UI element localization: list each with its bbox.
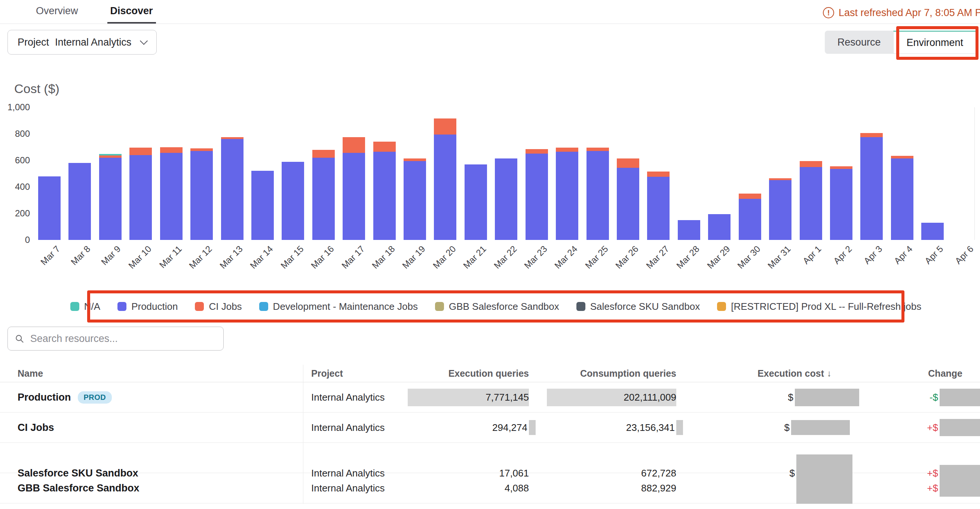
bar-segment — [556, 147, 578, 152]
stacked-bar[interactable] — [68, 163, 91, 240]
bar-segment — [373, 152, 396, 240]
bar-segment — [860, 137, 883, 240]
x-tick-label: Mar 28 — [675, 244, 702, 271]
legend-swatch — [70, 302, 79, 311]
stacked-bar[interactable] — [404, 159, 426, 240]
stacked-bar[interactable] — [38, 176, 60, 240]
bar-segment — [921, 223, 944, 240]
stacked-bar[interactable] — [617, 159, 639, 240]
column-header-name[interactable]: Name — [0, 368, 303, 379]
bar-segment — [525, 149, 548, 154]
bar-segment — [404, 159, 426, 161]
legend-item[interactable]: [RESTRICTED] Prod XL -- Full-Refresh job… — [717, 301, 921, 312]
stacked-bar[interactable] — [708, 214, 730, 240]
stacked-bar[interactable] — [921, 223, 944, 240]
stacked-bar[interactable] — [891, 156, 913, 240]
toggle-option-resource[interactable]: Resource — [825, 31, 894, 54]
stacked-bar[interactable] — [129, 147, 152, 240]
stacked-bar[interactable] — [830, 166, 853, 240]
stacked-bar[interactable] — [647, 171, 670, 240]
column-header-execution-queries[interactable]: Execution queries — [408, 368, 529, 379]
stacked-bar[interactable] — [221, 137, 243, 240]
table-row[interactable]: Salesforce SKU Sandbox Internal Analytic… — [0, 443, 980, 473]
redacted-value-mask — [940, 419, 980, 436]
tab-overview[interactable]: Overview — [33, 0, 81, 24]
legend-swatch — [118, 302, 126, 311]
stacked-bar[interactable] — [251, 171, 274, 240]
column-header-change[interactable]: Change — [832, 368, 980, 379]
bar-segment — [129, 155, 152, 240]
search-icon — [14, 333, 24, 344]
bar-segment — [617, 159, 639, 168]
stacked-bar[interactable] — [343, 137, 365, 240]
stacked-bar[interactable] — [860, 133, 883, 240]
prod-badge: PROD — [78, 391, 112, 404]
table-row[interactable]: Production PROD Internal Analytics 7,771… — [0, 382, 980, 412]
legend-item[interactable]: Salesforce SKU Sandbox — [576, 301, 700, 312]
legend-item[interactable]: GBB Salesforce Sandbox — [435, 301, 559, 312]
x-tick-label: Mar 8 — [69, 244, 92, 267]
bar-segment — [38, 176, 60, 240]
column-header-consumption-queries[interactable]: Consumption queries — [529, 368, 676, 379]
stacked-bar[interactable] — [495, 159, 517, 240]
resource-name: GBB Salesforce Sandbox — [18, 482, 140, 494]
x-tick-label: Mar 27 — [644, 244, 671, 271]
stacked-bar[interactable] — [769, 178, 791, 240]
consumption-queries-value: 202,111,009 — [624, 392, 676, 403]
legend-label: Development - Maintenance Jobs — [273, 301, 418, 312]
stacked-bar[interactable] — [434, 119, 457, 240]
chart-plot — [38, 107, 975, 240]
bar-segment — [891, 159, 913, 240]
execution-queries-value: 4,088 — [504, 482, 529, 494]
execution-cost-prefix: $ — [790, 468, 795, 479]
stacked-bar[interactable] — [525, 149, 548, 240]
stacked-bar[interactable] — [800, 161, 822, 240]
bar-segment — [800, 161, 822, 167]
y-tick-label: 0 — [0, 234, 30, 246]
search-input[interactable] — [30, 333, 216, 345]
x-tick-label: Mar 11 — [157, 244, 184, 270]
project-filter-dropdown[interactable]: Project Internal Analytics — [8, 30, 157, 55]
stacked-bar[interactable] — [373, 142, 396, 240]
x-tick-label: Mar 14 — [248, 244, 275, 271]
x-tick-label: Apr 6 — [953, 244, 975, 266]
stacked-bar[interactable] — [556, 147, 578, 240]
redacted-value-mask — [796, 454, 853, 504]
legend-swatch — [259, 302, 268, 311]
y-tick-label: 200 — [0, 208, 30, 219]
redacted-value-mask — [940, 388, 980, 406]
bar-segment — [343, 153, 365, 240]
legend-item[interactable]: N/A — [70, 301, 100, 312]
toggle-option-environment[interactable]: Environment — [893, 31, 976, 54]
legend-label: N/A — [84, 301, 100, 312]
stacked-bar[interactable] — [99, 154, 122, 240]
redacted-value-mask: 7,771,145 — [408, 388, 529, 406]
project-filter-value: Internal Analytics — [55, 36, 131, 48]
legend-item[interactable]: CI Jobs — [195, 301, 242, 312]
chart-legend: N/AProductionCI JobsDevelopment - Mainte… — [87, 290, 904, 322]
bar-segment — [739, 193, 761, 199]
stacked-bar[interactable] — [587, 147, 609, 240]
stacked-bar[interactable] — [739, 193, 761, 240]
column-header-execution-cost[interactable]: Execution cost ↓ — [676, 368, 832, 379]
x-tick-label: Apr 3 — [862, 244, 884, 266]
redacted-value-mask — [940, 479, 980, 497]
table-row[interactable]: CI Jobs Internal Analytics 294,274 23,15… — [0, 412, 980, 443]
stacked-bar[interactable] — [465, 165, 487, 240]
legend-swatch — [435, 302, 444, 311]
change-prefix: +$ — [927, 482, 938, 494]
legend-item[interactable]: Production — [118, 301, 178, 312]
stacked-bar[interactable] — [190, 148, 213, 240]
stacked-bar[interactable] — [678, 220, 700, 240]
change-prefix: +$ — [927, 468, 938, 479]
bar-segment — [160, 147, 183, 153]
x-tick-label: Mar 24 — [552, 244, 580, 271]
column-header-project[interactable]: Project — [303, 365, 408, 382]
legend-item[interactable]: Development - Maintenance Jobs — [259, 301, 418, 312]
stacked-bar[interactable] — [312, 150, 335, 240]
x-tick-label: Apr 2 — [831, 244, 854, 266]
tab-discover[interactable]: Discover — [107, 0, 156, 24]
stacked-bar[interactable] — [282, 162, 304, 240]
bar-segment — [251, 171, 274, 240]
stacked-bar[interactable] — [160, 147, 183, 240]
